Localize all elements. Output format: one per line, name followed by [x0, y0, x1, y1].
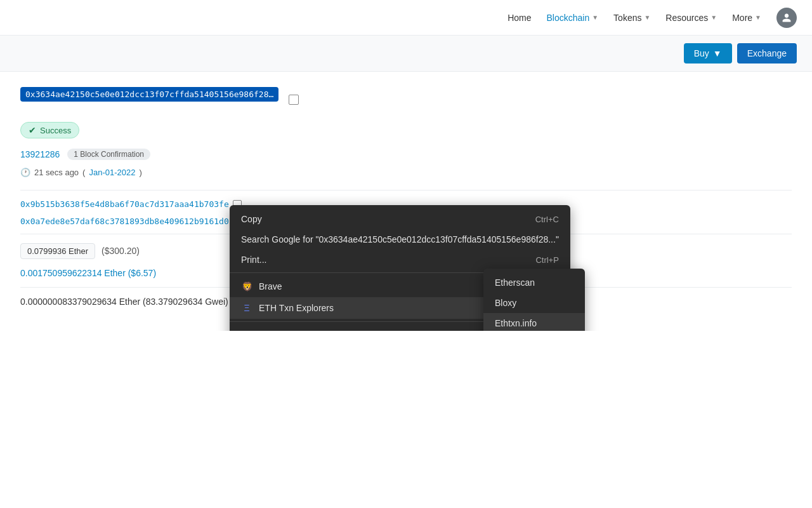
submenu-bloxy[interactable]: Bloxy — [483, 293, 585, 313]
ctx-search[interactable]: Search Google for "0x3634ae42150c5e0e012… — [230, 229, 570, 250]
nav-tokens[interactable]: Tokens ▼ — [613, 13, 650, 23]
action-bar: Buy ▼ Exchange — [0, 36, 812, 72]
from-address-link[interactable]: 0x9b515b3638f5e4d8ba6f70ac7d317aaa41b703… — [20, 199, 229, 209]
blockchain-chevron-icon: ▼ — [592, 14, 598, 21]
tx-date: Jan-01-2022 — [89, 168, 135, 177]
nav-home[interactable]: Home — [508, 13, 531, 23]
exchange-button[interactable]: Exchange — [737, 43, 797, 64]
navbar: Home Blockchain ▼ Tokens ▼ Resources ▼ M… — [0, 0, 812, 36]
context-menu-overlay: Copy Ctrl+C Search Google for "0x3634ae4… — [230, 205, 570, 331]
copy-shortcut: Ctrl+C — [535, 215, 559, 224]
more-chevron-icon: ▼ — [755, 14, 761, 21]
ctx-print[interactable]: Print... Ctrl+P — [230, 250, 570, 270]
print-shortcut: Ctrl+P — [535, 255, 558, 265]
avatar[interactable] — [776, 8, 797, 28]
check-icon: ✔ — [29, 125, 36, 135]
status-badge: ✔ Success — [20, 122, 79, 138]
tokens-chevron-icon: ▼ — [644, 14, 650, 21]
hash-copy-icon[interactable] — [289, 95, 299, 105]
value-usd: ($300.20) — [102, 246, 140, 256]
brave-icon: 🦁 — [241, 281, 252, 292]
page-content: 0x3634ae42150c5e0e012dcc13f07cffda514051… — [0, 72, 812, 331]
nav-blockchain[interactable]: Blockchain ▼ — [546, 13, 598, 23]
submenu: Etherscan Bloxy Ethtxn.info Tenderly — [483, 269, 585, 331]
gas-price-value: 0.000000083379029634 Ether (83.379029634… — [20, 297, 228, 307]
txn-fee-value: 0.001750959622314 Ether ($6.57) — [20, 268, 156, 278]
submenu-ethtxn[interactable]: Ethtxn.info — [483, 313, 585, 331]
block-number[interactable]: 13921286 — [20, 149, 60, 159]
nav-resources[interactable]: Resources ▼ — [665, 13, 717, 23]
nav-more[interactable]: More ▼ — [732, 13, 761, 23]
resources-chevron-icon: ▼ — [710, 14, 717, 21]
time-row: 🕐 21 secs ago ( Jan-01-2022 ) — [20, 168, 792, 177]
eth-icon: Ξ — [241, 302, 252, 314]
buy-chevron-icon: ▼ — [713, 48, 722, 58]
buy-button[interactable]: Buy ▼ — [684, 43, 732, 64]
clock-icon: 🕐 — [20, 168, 30, 177]
divider-1 — [20, 190, 792, 190]
block-confirm-badge: 1 Block Confirmation — [67, 149, 150, 160]
submenu-etherscan[interactable]: Etherscan — [483, 272, 585, 293]
value-badge: 0.0799936 Ether — [20, 243, 95, 259]
tx-hash[interactable]: 0x3634ae42150c5e0e012dcc13f07cffda514051… — [20, 87, 278, 102]
ctx-copy[interactable]: Copy Ctrl+C — [230, 209, 570, 229]
to-address-link[interactable]: 0x0a7ede8e57daf68c3781893db8e409612b9161… — [20, 217, 229, 226]
block-row: 13921286 1 Block Confirmation — [20, 149, 792, 160]
